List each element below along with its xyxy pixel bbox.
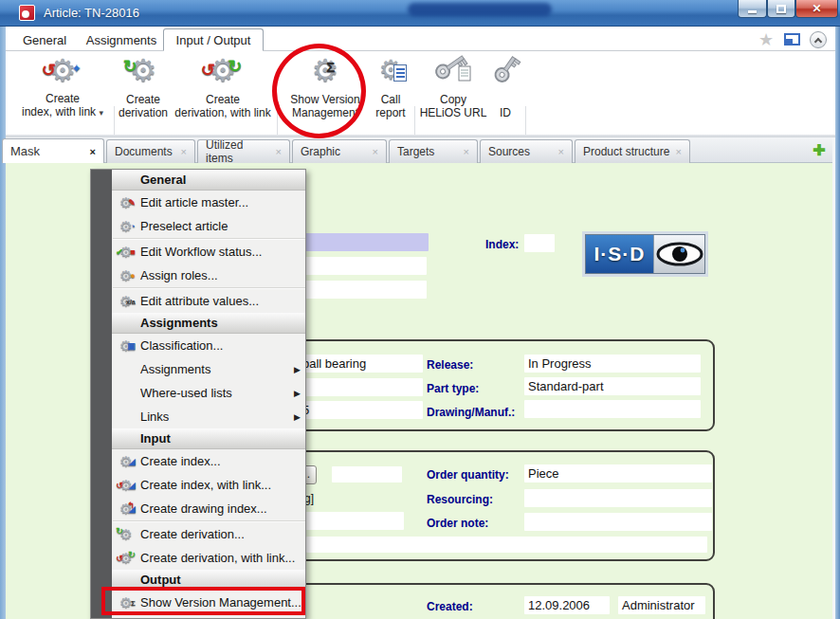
window-frame-right bbox=[835, 27, 840, 619]
article-number-field[interactable] bbox=[289, 233, 429, 251]
index-field[interactable] bbox=[524, 234, 555, 252]
menu-item-where-used-lists[interactable]: Where-used lists▶ bbox=[112, 381, 306, 405]
close-tab-icon[interactable]: × bbox=[181, 146, 187, 157]
designation-field-2[interactable] bbox=[289, 378, 423, 396]
gear-derivation-link-icon: ⚙↻↺ bbox=[112, 551, 140, 566]
created-date-field[interactable]: 12.09.2006 bbox=[524, 596, 610, 614]
close-tab-icon[interactable]: × bbox=[276, 146, 282, 157]
annotation-circle-show-version-management bbox=[272, 44, 366, 138]
ribbon: ⚙↺⌖ Create index, with link ▾ ⚙↻ Create … bbox=[6, 51, 835, 135]
doc-tab-sources[interactable]: Sources× bbox=[480, 139, 573, 163]
add-tab-button[interactable]: ✚ bbox=[810, 141, 829, 159]
gear-index-link-icon: ⚙↺⌖ bbox=[13, 53, 112, 89]
chevron-up-icon bbox=[814, 38, 822, 46]
index-label: Index: bbox=[485, 238, 519, 251]
dropdown-arrow-icon: ▾ bbox=[99, 108, 103, 118]
id-button[interactable]: ID bbox=[487, 53, 523, 119]
standard-field[interactable]: 5 bbox=[289, 401, 423, 419]
menu-item-create-derivation-with-link[interactable]: ⚙↻↺Create derivation, with link... bbox=[112, 546, 306, 570]
isd-logo-text: I·S·D bbox=[586, 235, 654, 273]
key-icon bbox=[487, 53, 523, 89]
material-field[interactable] bbox=[289, 512, 404, 530]
title-bar: Article: TN-28016 ✕ bbox=[0, 0, 840, 27]
gear-report-icon: ⚙ bbox=[369, 53, 412, 89]
menu-item-edit-article-master[interactable]: ⚙✎Edit article master... bbox=[112, 191, 306, 214]
close-tab-icon[interactable]: × bbox=[464, 146, 469, 157]
close-tab-icon[interactable]: × bbox=[676, 146, 682, 157]
gear-derivation-link-icon: ⚙↻↺ bbox=[171, 53, 275, 89]
gear-user-icon: ⚙● bbox=[112, 268, 140, 283]
menu-item-preselect-article[interactable]: ⚙◔Preselect article bbox=[112, 214, 306, 238]
menu-header-assignments: Assignments bbox=[112, 313, 306, 334]
designation-field[interactable]: ball bearing bbox=[289, 355, 423, 373]
application-window: Article: TN-28016 ✕ General Assignments … bbox=[0, 0, 840, 619]
tab-input-output[interactable]: Input / Output bbox=[163, 28, 264, 51]
tab-assignments[interactable]: Assignments bbox=[80, 28, 163, 51]
menu-item-assignments[interactable]: Assignments▶ bbox=[112, 357, 306, 381]
part-type-field[interactable]: Standard-part bbox=[524, 377, 701, 395]
menu-item-create-index-with-link[interactable]: ⚙↺◢Create index, with link... bbox=[112, 473, 306, 497]
context-menu: General ⚙✎Edit article master... ⚙◔Prese… bbox=[90, 169, 306, 619]
close-tab-icon[interactable]: × bbox=[373, 146, 378, 157]
annotation-box-show-version-management-menu-item bbox=[101, 587, 305, 615]
menu-header-input: Input bbox=[112, 428, 306, 449]
favorite-star-icon[interactable]: ★ bbox=[758, 29, 774, 50]
weight-field[interactable] bbox=[332, 466, 402, 482]
order-note-field[interactable] bbox=[524, 513, 712, 531]
article-field-2[interactable] bbox=[289, 257, 427, 275]
doc-tab-mask[interactable]: Mask× bbox=[2, 138, 104, 163]
doc-tab-documents[interactable]: Documents× bbox=[106, 139, 195, 163]
menu-item-edit-attribute-values[interactable]: ⚙x/aEdit attribute values... bbox=[112, 289, 306, 313]
create-derivation-button[interactable]: ⚙↻ Create derivation bbox=[117, 53, 170, 119]
article-field-3[interactable] bbox=[289, 281, 427, 299]
close-tab-icon[interactable]: × bbox=[558, 146, 564, 157]
drawing-manuf-field[interactable] bbox=[524, 400, 701, 418]
eye-icon bbox=[654, 235, 704, 273]
create-derivation-with-link-button[interactable]: ⚙↻↺ Create derivation, with link bbox=[171, 53, 275, 119]
menu-accent-strip bbox=[91, 170, 112, 618]
minimize-button[interactable] bbox=[738, 0, 767, 18]
gear-attributes-icon: ⚙x/a bbox=[112, 294, 140, 309]
menu-item-links[interactable]: Links▶ bbox=[112, 405, 306, 428]
copy-helios-url-button[interactable]: Copy HELiOS URL bbox=[418, 53, 488, 119]
doc-tab-utilized-items[interactable]: Utilized items× bbox=[197, 139, 290, 163]
menu-item-create-drawing-index[interactable]: ⚙↰◢Create drawing index... bbox=[112, 497, 306, 520]
menu-item-assign-roles[interactable]: ⚙●Assign roles... bbox=[112, 264, 306, 287]
gear-globe-icon: ⚙◔ bbox=[112, 219, 140, 234]
gear-pencil-icon: ⚙✎ bbox=[112, 195, 140, 210]
menu-item-classification[interactable]: ⚙▣Classification... bbox=[112, 334, 306, 357]
window-layout-icon[interactable] bbox=[784, 33, 800, 46]
close-tab-icon[interactable]: × bbox=[90, 146, 96, 157]
close-button[interactable]: ✕ bbox=[795, 0, 838, 18]
order-quantity-field[interactable]: Piece bbox=[524, 464, 712, 482]
part-type-label: Part type: bbox=[427, 382, 479, 395]
menu-item-create-index[interactable]: ⚙◢Create index... bbox=[112, 449, 306, 473]
menu-item-create-derivation[interactable]: ⚙↻Create derivation... bbox=[112, 522, 306, 546]
release-field[interactable]: In Progress bbox=[524, 355, 701, 373]
doc-tab-product-structure[interactable]: Product structure× bbox=[575, 139, 690, 163]
resourcing-field[interactable] bbox=[524, 489, 712, 507]
doc-tab-targets[interactable]: Targets× bbox=[389, 139, 478, 163]
gear-index-icon: ⚙◢ bbox=[112, 454, 140, 469]
isd-logo: I·S·D bbox=[585, 234, 705, 274]
collapse-ribbon-button[interactable] bbox=[810, 31, 827, 48]
article-icon bbox=[19, 5, 35, 21]
maximize-icon bbox=[776, 5, 786, 13]
doc-tab-graphic[interactable]: Graphic× bbox=[292, 139, 387, 163]
gear-classification-icon: ⚙▣ bbox=[112, 338, 140, 354]
create-index-with-link-button[interactable]: ⚙↺⌖ Create index, with link ▾ bbox=[13, 53, 112, 119]
redacted-text-blur bbox=[408, 3, 552, 16]
gear-derivation-icon: ⚙↻ bbox=[112, 527, 140, 542]
comment-field[interactable] bbox=[306, 537, 707, 553]
gear-derivation-icon: ⚙↻ bbox=[117, 53, 170, 89]
created-by-field[interactable]: Administrator bbox=[618, 596, 705, 614]
maximize-button[interactable] bbox=[767, 0, 795, 18]
call-report-button[interactable]: ⚙ Call report bbox=[369, 53, 412, 119]
order-note-label: Order note: bbox=[427, 517, 488, 530]
gear-index-link-icon: ⚙↺◢ bbox=[112, 478, 140, 493]
menu-item-edit-workflow-status[interactable]: ⚙✔■Edit Workflow status... bbox=[112, 240, 306, 264]
menu-header-general: General bbox=[112, 170, 306, 191]
minimize-icon bbox=[748, 10, 757, 13]
drawing-manuf-label: Drawing/Manuf.: bbox=[427, 406, 515, 419]
tab-general[interactable]: General bbox=[13, 28, 76, 51]
